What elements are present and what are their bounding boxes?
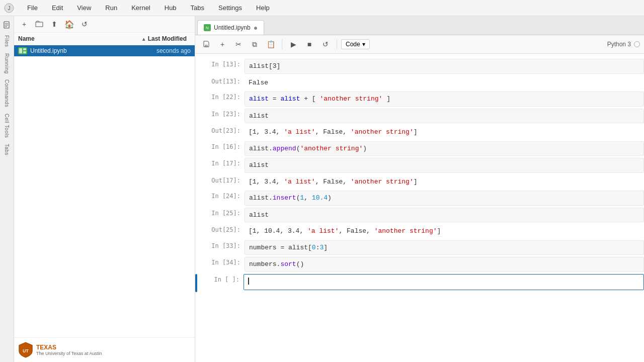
stop-button[interactable]: ■ <box>302 37 316 51</box>
notebook-area: N Untitled.ipynb ● + ✂ ⧉ 📋 ▶ ■ ↺ Code ▾ <box>195 16 644 362</box>
save-button[interactable] <box>199 37 213 51</box>
cell-17-prompt: In [17]: <box>199 158 245 169</box>
cell-13-prompt: In [13]: <box>199 59 245 70</box>
cell-24-code[interactable]: alist.insert(1, 10.4) <box>245 191 644 206</box>
menu-kernel[interactable]: Kernel <box>128 3 153 13</box>
kernel-info: Python 3 <box>607 41 640 48</box>
cell-out17-output: [1, 3.4, 'a list', False, 'another strin… <box>245 175 644 189</box>
svg-rect-8 <box>23 48 26 50</box>
cell-out25-output: [1, 10.4, 3.4, 'a list', False, 'another… <box>245 224 644 238</box>
sort-icon[interactable]: ▲ <box>140 35 148 43</box>
notebook-tab[interactable]: N Untitled.ipynb ● <box>197 20 264 35</box>
menu-run[interactable]: Run <box>102 3 120 13</box>
sidebar-running-label[interactable]: Running <box>4 51 10 76</box>
cell-out13: Out[13]: False <box>195 75 644 91</box>
cell-25-code[interactable]: alist <box>245 208 644 223</box>
cell-out25-prompt: Out[25]: <box>199 224 245 235</box>
cell-16-prompt: In [16]: <box>199 141 245 152</box>
cell-out23-output: [1, 3.4, 'a list', False, 'another strin… <box>245 125 644 139</box>
copy-button[interactable]: ⧉ <box>248 37 262 51</box>
restart-button[interactable]: ↺ <box>318 37 333 51</box>
cell-type-dropdown[interactable]: Code ▾ <box>341 39 370 49</box>
notebook-filename: Untitled.ipynb <box>30 47 156 54</box>
active-cell-cursor <box>248 278 249 285</box>
add-cell-button[interactable]: + <box>215 37 229 51</box>
sidebar-tabs-label[interactable]: Tabs <box>4 142 10 157</box>
svg-rect-9 <box>23 51 26 53</box>
cell-24-prompt: In [24]: <box>199 191 245 202</box>
notebook-tab-name: Untitled.ipynb <box>214 24 251 31</box>
kernel-name: Python 3 <box>607 41 631 48</box>
refresh-button[interactable]: ↺ <box>78 18 91 30</box>
cell-16-code[interactable]: alist.append('another string') <box>245 141 644 156</box>
toolbar-separator-2 <box>337 39 337 49</box>
cell-33-code[interactable]: numbers = alist[0:3] <box>245 240 644 255</box>
menu-tabs[interactable]: Tabs <box>188 3 207 13</box>
modified-column-header[interactable]: Last Modified <box>148 35 191 42</box>
menu-help[interactable]: Help <box>253 3 273 13</box>
cut-button[interactable]: ✂ <box>231 37 246 51</box>
upload-button[interactable]: ⬆ <box>48 18 60 30</box>
menu-view[interactable]: View <box>74 3 94 13</box>
active-cell-prompt: In [ ]: <box>198 274 244 285</box>
cell-24-input: In [24]: alist.insert(1, 10.4) <box>195 190 644 207</box>
cell-23-code[interactable]: alist <box>245 109 644 124</box>
cell-25-prompt: In [25]: <box>199 208 245 219</box>
file-panel-toolbar: + ⬆ 🏠 ↺ <box>14 16 195 33</box>
cell-out13-prompt: Out[13]: <box>199 76 245 87</box>
new-folder-button[interactable] <box>33 18 45 30</box>
sidebar-files-icon[interactable] <box>1 19 13 31</box>
cell-22-input: In [22]: alist = alist + [ 'another stri… <box>195 90 644 108</box>
active-cell-input[interactable] <box>244 274 644 290</box>
cell-16-input: In [16]: alist.append('another string') <box>195 140 644 157</box>
svg-rect-7 <box>19 48 22 53</box>
svg-text:J: J <box>8 6 11 11</box>
file-browser-panel: + ⬆ 🏠 ↺ Name ▲ Last Modified <box>14 16 195 362</box>
file-row[interactable]: Untitled.ipynb seconds ago <box>14 45 195 56</box>
cell-33-input: In [33]: numbers = alist[0:3] <box>195 239 644 256</box>
sidebar-files-label[interactable]: Files <box>4 33 10 49</box>
notebook-modified-time: seconds ago <box>156 47 191 54</box>
menu-file[interactable]: File <box>24 3 41 13</box>
cell-33-prompt: In [33]: <box>199 240 245 251</box>
cell-22-prompt: In [22]: <box>199 92 245 103</box>
texas-text: TEXAS The University of Texas at Austin <box>36 344 102 356</box>
paste-button[interactable]: 📋 <box>264 37 278 51</box>
cell-out17: Out[17]: [1, 3.4, 'a list', False, 'anot… <box>195 174 644 190</box>
main-layout: Files Running Commands Cell Tools Tabs +… <box>0 16 644 362</box>
notebook-tabs: N Untitled.ipynb ● <box>195 16 644 35</box>
notebook-tab-close[interactable]: ● <box>254 24 258 32</box>
cell-out17-prompt: Out[17]: <box>199 175 245 186</box>
cell-17-code[interactable]: alist <box>245 158 644 173</box>
texas-logo-area: UT TEXAS The University of Texas at Aust… <box>14 337 195 362</box>
menu-hub[interactable]: Hub <box>162 3 180 13</box>
cell-13-code[interactable]: alist[3] <box>245 59 644 74</box>
file-panel-empty-space <box>14 56 195 337</box>
cell-22-code[interactable]: alist = alist + [ 'another string' ] <box>245 92 644 107</box>
file-column-headers: Name ▲ Last Modified <box>14 33 195 45</box>
texas-shield-icon: UT <box>18 342 33 358</box>
cell-34-input: In [34]: numbers.sort() <box>195 256 644 273</box>
menu-edit[interactable]: Edit <box>49 3 66 13</box>
cell-out13-output: False <box>245 76 644 90</box>
cell-area: In [13]: alist[3] Out[13]: False In [22]… <box>195 54 644 362</box>
name-column-header[interactable]: Name <box>18 35 140 42</box>
cell-34-code[interactable]: numbers.sort() <box>245 257 644 272</box>
sidebar-commands-label[interactable]: Commands <box>4 77 10 109</box>
menu-settings[interactable]: Settings <box>215 3 245 13</box>
active-cell: In [ ]: <box>195 273 644 293</box>
cell-out25: Out[25]: [1, 10.4, 3.4, 'a list', False,… <box>195 223 644 239</box>
cell-34-prompt: In [34]: <box>199 257 245 268</box>
kernel-status-circle <box>634 41 640 47</box>
svg-text:UT: UT <box>23 348 29 353</box>
cell-13-input: In [13]: alist[3] <box>195 58 644 75</box>
cell-out23-prompt: Out[23]: <box>199 125 245 136</box>
run-button[interactable]: ▶ <box>286 37 300 51</box>
sidebar-celltools-label[interactable]: Cell Tools <box>4 112 10 140</box>
cell-23-input: In [23]: alist <box>195 108 644 125</box>
notebook-tab-icon: N <box>204 24 211 31</box>
notebook-toolbar: + ✂ ⧉ 📋 ▶ ■ ↺ Code ▾ Python 3 <box>195 35 644 54</box>
notebook-file-icon <box>18 47 28 55</box>
new-file-button[interactable]: + <box>18 18 30 30</box>
home-button[interactable]: 🏠 <box>63 18 75 30</box>
